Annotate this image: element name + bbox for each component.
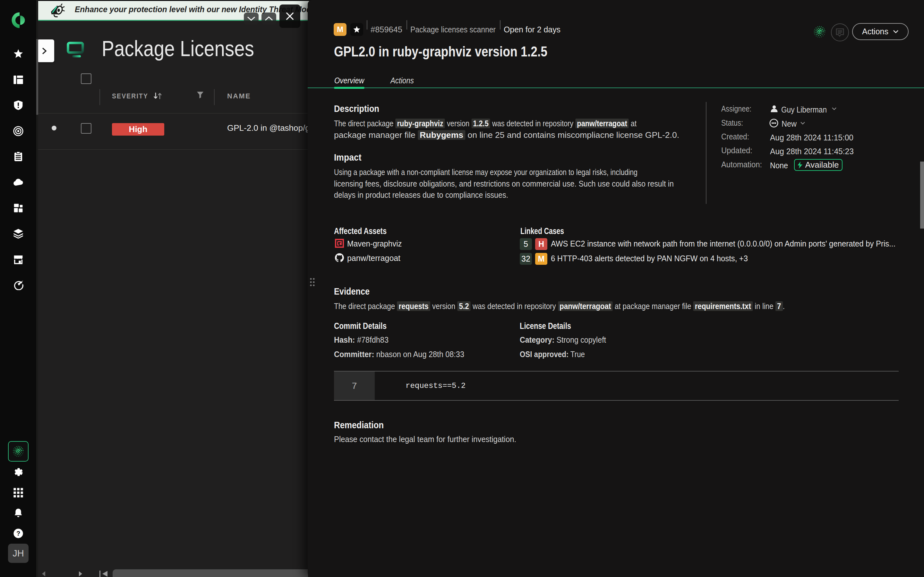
svg-text:?: ? bbox=[16, 530, 20, 537]
